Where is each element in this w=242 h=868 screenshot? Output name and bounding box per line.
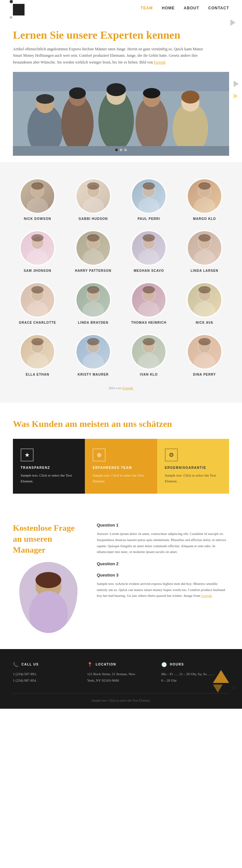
- feature-card[interactable]: ⊕ERFAHRENES TEAMSample text. Click to se…: [85, 439, 157, 494]
- faq-right-deco: [231, 19, 236, 26]
- svg-point-73: [87, 338, 99, 346]
- member-name: ELLA ETHAN: [26, 373, 49, 376]
- hero-heading: Lernen Sie unsere Experten kennen: [13, 29, 229, 41]
- member-name: NICK DOWSON: [24, 217, 51, 221]
- avatar-placeholder: [21, 231, 54, 265]
- faq-right-deco-2: [232, 686, 236, 689]
- avatar-placeholder: [77, 335, 110, 369]
- footer-col-text: York, NY 92103-9000: [87, 677, 155, 684]
- svg-point-31: [194, 198, 215, 214]
- feature-text: Sample text. Click to select the Text El…: [165, 473, 221, 484]
- features-heading: Was Kunden am meisten an uns schätzen: [13, 419, 229, 429]
- footer-bottom: Sample text. Click to select the Text El…: [13, 693, 229, 702]
- avatar-placeholder: [77, 283, 110, 317]
- svg-point-15: [107, 83, 126, 96]
- manager-svg: [19, 562, 78, 633]
- faq-item: Question 1Answer: Lorem ipsum dolor sit …: [97, 523, 229, 555]
- nav-link-home[interactable]: HOME: [162, 6, 175, 10]
- feature-icon: ⚙: [165, 448, 178, 461]
- dot-1[interactable]: [115, 149, 118, 151]
- team-avatar: [75, 334, 111, 370]
- member-name: GRACE CHARLOTTE: [19, 321, 56, 324]
- footer-triangle-1: [213, 670, 229, 683]
- svg-point-67: [27, 353, 48, 370]
- feature-text: Sample text. Click to select the Text El…: [93, 473, 149, 484]
- team-member: THOMAS HEINRICH: [124, 282, 174, 324]
- avatar-placeholder: [132, 231, 165, 265]
- team-member: GRACE CHARLOTTE: [13, 282, 62, 324]
- footer-grid: 📞CALL US1 (234) 567-891,1 (234) 987-854📍…: [13, 662, 229, 684]
- logo[interactable]: [13, 4, 25, 16]
- team-credit: Bild von Freepik: [13, 386, 229, 390]
- footer-col-title: 📞CALL US: [13, 662, 81, 667]
- svg-point-17: [181, 91, 200, 103]
- nav-link-about[interactable]: ABOUT: [184, 6, 200, 10]
- nav-link-contact[interactable]: CONTACT: [208, 6, 229, 10]
- svg-rect-86: [35, 597, 61, 633]
- footer-deco-2: [213, 685, 223, 692]
- member-name: HARRY PATTERSON: [75, 269, 111, 273]
- footer-col-title: 📍LOCATION: [87, 662, 155, 667]
- hero-section: Lernen Sie unsere Experten kennen Artike…: [0, 16, 242, 162]
- team-freepik-link[interactable]: Freepik: [122, 386, 133, 390]
- svg-point-27: [138, 198, 159, 214]
- avatar-placeholder: [132, 335, 165, 369]
- feature-icon: ⊕: [93, 448, 105, 461]
- svg-point-69: [31, 338, 43, 346]
- team-member: ELLA ETHAN: [13, 334, 62, 376]
- svg-point-71: [83, 353, 104, 370]
- team-avatar: [187, 282, 222, 318]
- team-avatar: [20, 230, 55, 266]
- svg-point-61: [143, 286, 155, 294]
- team-avatar: [131, 230, 167, 266]
- member-name: MARGO KLO: [193, 217, 216, 221]
- faq-freepik-link[interactable]: Freepik: [201, 594, 212, 597]
- faq-item: Question 3Sample text. toArticle evident…: [97, 572, 229, 599]
- faq-heading: Kostenlose Frage an unseren Manager: [13, 523, 84, 555]
- hero-svg: [13, 72, 229, 156]
- faq-manager-placeholder: [19, 562, 78, 633]
- freepik-link[interactable]: Freepik: [154, 60, 166, 64]
- team-avatar: [75, 282, 111, 318]
- svg-point-81: [199, 338, 211, 346]
- avatar-placeholder: [188, 231, 221, 265]
- team-member: NICK DOWSON: [13, 178, 62, 221]
- team-member: HARRY PATTERSON: [69, 230, 118, 273]
- member-name: LINDA BRAYDEN: [78, 321, 109, 324]
- svg-point-43: [138, 250, 159, 266]
- svg-point-25: [87, 183, 99, 190]
- team-avatar: [75, 230, 111, 266]
- faq-left-deco: [10, 0, 13, 19]
- faq-triangle: [231, 19, 236, 26]
- footer-col-title: 🕐HOURS: [161, 662, 229, 667]
- triangle-2: [234, 94, 238, 99]
- footer-deco: [213, 670, 229, 683]
- svg-point-79: [194, 353, 215, 370]
- member-name: SAM JHONSON: [24, 269, 51, 273]
- faq-question: Question 2: [97, 561, 229, 566]
- deco-dot-2: [10, 16, 12, 19]
- svg-point-55: [83, 302, 104, 318]
- dot-2[interactable]: [120, 149, 122, 151]
- team-member: PAUL PERRI: [124, 178, 174, 221]
- feature-card[interactable]: ⚙ERGEBNISGARANTIESample text. Click to s…: [157, 439, 229, 494]
- svg-point-14: [69, 87, 86, 99]
- svg-point-53: [31, 286, 43, 294]
- footer-column: 📞CALL US1 (234) 567-891,1 (234) 987-854: [13, 662, 81, 684]
- feature-card[interactable]: ★TRANSPARENZSample text. Click to select…: [13, 439, 85, 494]
- deco-dot-1: [10, 0, 13, 3]
- features-section: Was Kunden am meisten an uns schätzen ★T…: [0, 403, 242, 506]
- team-member: LINDA LARSEN: [180, 230, 230, 273]
- svg-point-45: [143, 235, 155, 242]
- dot-3[interactable]: [124, 149, 127, 151]
- carousel-indicator: [115, 149, 127, 151]
- svg-point-35: [27, 250, 48, 266]
- footer-triangle-2: [213, 685, 223, 692]
- member-name: LINDA LARSEN: [191, 269, 218, 273]
- team-avatar: [187, 230, 222, 266]
- footer-icon: 📞: [13, 662, 19, 667]
- footer-col-text: 121 Rock Street, 21 Avenue, New: [87, 671, 155, 677]
- team-avatar: [20, 178, 55, 214]
- feature-title: ERFAHRENES TEAM: [93, 466, 149, 469]
- nav-link-team[interactable]: TEAM: [141, 6, 153, 10]
